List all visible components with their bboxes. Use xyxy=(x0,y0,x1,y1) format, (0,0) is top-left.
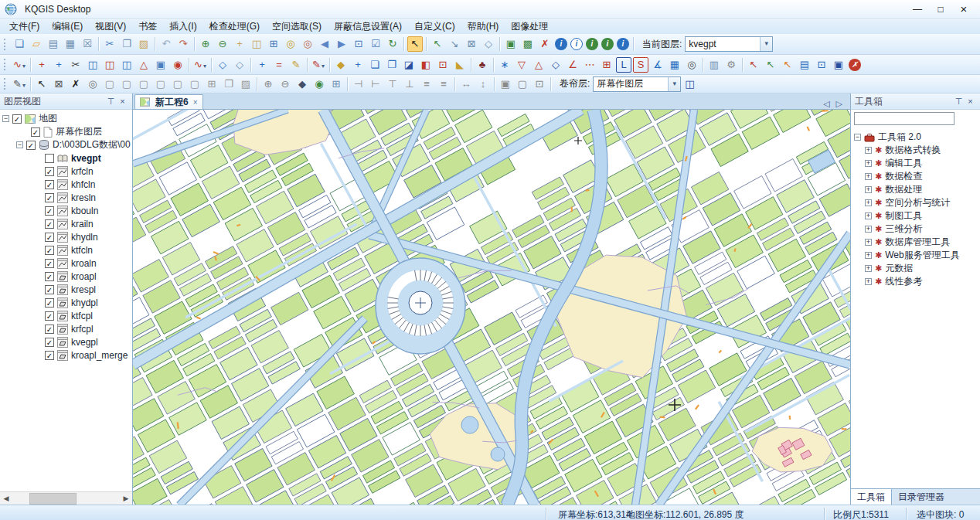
close-panel-icon[interactable]: × xyxy=(117,97,128,106)
select-tool-icon[interactable]: ↖ xyxy=(407,36,423,52)
align-center-h-icon[interactable]: ≡ xyxy=(419,76,434,92)
magnifier-in-icon[interactable]: ◎ xyxy=(283,36,298,52)
layer-checkbox[interactable]: ✓ xyxy=(45,338,54,347)
align-left-icon[interactable]: ⊣ xyxy=(351,76,366,92)
tab-scroll-prev-icon[interactable]: ◁ xyxy=(823,99,829,109)
same-height-icon[interactable]: ↕ xyxy=(475,76,491,92)
sample-tree-icon[interactable]: ♣ xyxy=(475,57,490,73)
tree-item-map[interactable]: −✓地图 xyxy=(0,112,132,125)
menu-item-6[interactable]: 空间选取(S) xyxy=(266,19,328,35)
select-sheet-icon[interactable]: ⊠ xyxy=(51,76,66,92)
toolbox-root[interactable]: −工具箱 2.0 xyxy=(851,131,980,144)
map-document-tab[interactable]: 新工程6 × xyxy=(134,94,203,109)
layer-checkbox[interactable]: ✓ xyxy=(45,206,54,216)
style-brush-icon[interactable]: ✎ xyxy=(288,57,304,73)
tree-item-layer-ktfcln[interactable]: ✓ktfcln xyxy=(0,243,132,257)
trace-line-icon[interactable]: ∿▾ xyxy=(192,57,208,73)
segment-join-icon[interactable]: ◫ xyxy=(85,57,100,73)
expand-icon[interactable]: + xyxy=(865,173,872,180)
expand-icon[interactable]: + xyxy=(865,212,872,219)
tree-item-layer-krespl[interactable]: ✓krespl xyxy=(0,283,132,296)
menu-item-5[interactable]: 检查处理(G) xyxy=(203,19,266,35)
sketch-line-icon[interactable]: ∿▾ xyxy=(12,57,27,73)
expand-icon[interactable]: + xyxy=(865,160,872,167)
scroll-left-icon[interactable]: ◀ xyxy=(0,495,12,502)
layer-checkbox[interactable]: ✓ xyxy=(45,167,54,176)
undo-icon[interactable]: ↶ xyxy=(158,36,174,52)
edit-mode-icon[interactable]: ✎▾ xyxy=(12,76,27,92)
ungroup-items-icon[interactable]: ▢ xyxy=(515,76,530,92)
next-view-icon[interactable]: ▶ xyxy=(334,36,349,52)
menu-item-10[interactable]: 图像处理 xyxy=(505,19,554,35)
menu-item-4[interactable]: 插入(I) xyxy=(163,19,202,35)
menu-item-0[interactable]: 文件(F) xyxy=(3,19,46,35)
view-check-icon[interactable]: ☑ xyxy=(368,36,383,52)
tree-item-screen-layer[interactable]: ✓屏幕作图层 xyxy=(0,125,132,138)
expand-icon[interactable]: + xyxy=(865,226,872,233)
identify-info-icon[interactable]: i xyxy=(555,38,567,50)
move-feature-icon[interactable]: + xyxy=(350,57,366,73)
align-top-icon[interactable]: ⊤ xyxy=(385,76,400,92)
toolbox-item-7[interactable]: +✱数据库管理工具 xyxy=(851,236,980,249)
layer-panel-hscrollbar[interactable]: ◀ ▶ xyxy=(0,491,132,505)
add-point-green-icon[interactable]: ↖ xyxy=(763,57,778,73)
pan-icon[interactable]: + xyxy=(232,36,247,52)
toolbox-item-0[interactable]: +✱数据格式转换 xyxy=(851,144,980,157)
layer-checkbox[interactable]: ✓ xyxy=(31,127,40,137)
tab-catalog-manager[interactable]: 目录管理器 xyxy=(892,489,951,505)
pointer-icon[interactable]: ↖ xyxy=(34,76,49,92)
label-l-icon[interactable]: L xyxy=(616,57,631,73)
stop-edit-icon[interactable]: ✗ xyxy=(849,59,861,71)
sheet-find-icon[interactable]: ◎ xyxy=(85,76,100,92)
segment-trim-icon[interactable]: ◫ xyxy=(119,57,134,73)
parallel-line-icon[interactable]: = xyxy=(271,57,287,73)
add-point-red-icon[interactable]: ↖ xyxy=(746,57,761,73)
layer-checkbox[interactable]: ✓ xyxy=(12,114,22,124)
tree-item-layer-kvegpl[interactable]: ✓kvegpl xyxy=(0,335,132,348)
toolbox-item-5[interactable]: +✱制图工具 xyxy=(851,209,980,223)
paste-icon[interactable]: ▨ xyxy=(136,36,151,52)
pin-icon[interactable]: ⊤ xyxy=(105,97,117,107)
sheet-grid-icon[interactable]: ⊞ xyxy=(204,76,219,92)
menu-item-2[interactable]: 视图(V) xyxy=(89,19,132,35)
cut-feature-icon[interactable]: ✂ xyxy=(68,57,83,73)
expand-icon[interactable]: + xyxy=(865,252,872,259)
clip-feature-icon[interactable]: ⊡ xyxy=(435,57,451,73)
sheet-prev-icon[interactable]: ▢ xyxy=(102,76,117,92)
layer-checkbox[interactable]: ✓ xyxy=(45,298,54,308)
toolbox-item-3[interactable]: +✱数据处理 xyxy=(851,183,980,196)
save-database-icon[interactable]: ▦ xyxy=(63,36,78,52)
expand-icon[interactable]: + xyxy=(865,147,872,154)
select-point-icon[interactable]: ↖ xyxy=(430,36,445,52)
scroll-right-icon[interactable]: ▶ xyxy=(120,495,132,502)
point-series-icon[interactable]: ⋯ xyxy=(582,57,597,73)
sheet-fit-icon[interactable]: ▢ xyxy=(170,76,185,92)
close-panel-icon[interactable]: × xyxy=(965,97,976,106)
tree-item-layer-krfcpl[interactable]: ✓krfcpl xyxy=(0,322,132,335)
fill-pattern-icon[interactable]: ▩ xyxy=(520,36,536,52)
layer-checkbox[interactable]: ✓ xyxy=(45,246,54,255)
layer-checkbox[interactable]: ✓ xyxy=(45,325,54,334)
layer-checkbox[interactable]: ✓ xyxy=(45,311,54,321)
menu-item-9[interactable]: 帮助(H) xyxy=(461,19,505,35)
menu-item-3[interactable]: 书签 xyxy=(132,19,163,35)
tree-item-layer-ktfcpl[interactable]: ✓ktfcpl xyxy=(0,309,132,322)
refresh-view-icon[interactable]: ↻ xyxy=(385,36,400,52)
world-view-icon[interactable]: ◉ xyxy=(311,76,327,92)
label-s-icon[interactable]: S xyxy=(633,57,648,73)
align-center-v-icon[interactable]: ≡ xyxy=(436,76,451,92)
map-canvas[interactable] xyxy=(133,110,850,505)
minimize-icon[interactable]: — xyxy=(906,4,929,15)
previous-view-icon[interactable]: ◀ xyxy=(317,36,332,52)
delete-selection-icon[interactable]: ✗ xyxy=(537,36,553,52)
select-forward-icon[interactable]: ↘ xyxy=(447,36,462,52)
network-node-icon[interactable]: ∗ xyxy=(497,57,512,73)
select-polygon-icon[interactable]: ◇ xyxy=(481,36,496,52)
current-layer-combo[interactable]: kvegpt▾ xyxy=(685,36,773,52)
tree-item-layer-kvegpt[interactable]: kvegpt xyxy=(0,151,132,165)
zoom-out-icon[interactable]: ⊖ xyxy=(215,36,230,52)
layer-checkbox[interactable]: ✓ xyxy=(26,141,36,150)
triangle-check-icon[interactable]: △ xyxy=(531,57,546,73)
toolbox-item-6[interactable]: +✱三维分析 xyxy=(851,223,980,236)
layer-checkbox[interactable] xyxy=(45,154,54,163)
